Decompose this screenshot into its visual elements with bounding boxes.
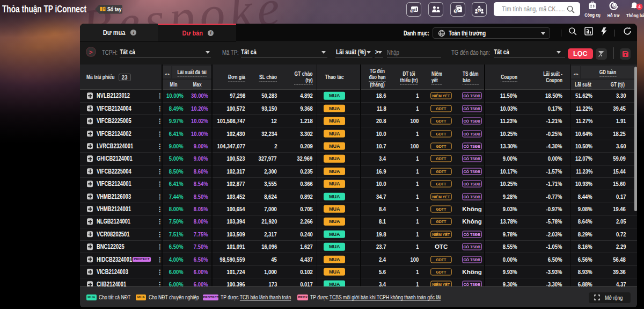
svg-text:$: $ xyxy=(411,10,412,13)
svg-text:4: 4 xyxy=(638,4,641,9)
